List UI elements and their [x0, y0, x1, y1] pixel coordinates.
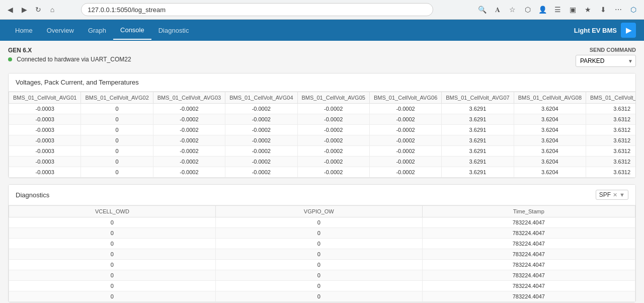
address-bar[interactable]	[81, 3, 433, 16]
table-row: 00783224.4047	[9, 217, 635, 228]
diagnostics-header-row: VCELL_OWD VGPIO_OW Time_Stamp	[9, 206, 635, 217]
status-bar: GEN 6.X Connected to hardware via UART_C…	[8, 47, 636, 67]
send-command-wrapper: PARKED DRIVE CHARGE ▼	[576, 55, 636, 67]
app-navbar: Home Overview Graph Console Diagnostic L…	[0, 20, 644, 41]
table-cell: 0	[215, 249, 422, 260]
table-cell: -0.0002	[297, 167, 369, 178]
table-cell: -0.0002	[369, 135, 441, 146]
table-cell: 783224.4047	[422, 260, 635, 270]
table-cell: 3.6312	[586, 167, 636, 178]
table-cell: 3.6204	[514, 125, 586, 135]
table-cell: -0.0003	[9, 104, 81, 114]
table-cell: 0	[81, 135, 153, 146]
table-cell: 0	[81, 167, 153, 178]
nav-diagnostic[interactable]: Diagnostic	[151, 22, 196, 39]
table-cell: -0.0003	[9, 135, 81, 146]
nav-overview[interactable]: Overview	[40, 22, 81, 39]
nav-home[interactable]: Home	[8, 22, 40, 39]
refresh-button[interactable]: ↻	[33, 5, 43, 15]
voltages-panel: Voltages, Pack Current, and Temperatures…	[8, 73, 636, 178]
table-cell: -0.0002	[225, 104, 297, 114]
table-cell: 3.6291	[442, 135, 514, 146]
diag-filter-expand[interactable]: ▼	[619, 192, 625, 198]
sidebar-icon[interactable]: ▣	[568, 4, 579, 15]
col-header-avg02: BMS_01_CellVolt_AVG02	[81, 92, 153, 104]
status-dot	[8, 57, 12, 61]
table-row: 00783224.4047	[9, 291, 635, 302]
table-row: 00783224.4047	[9, 228, 635, 239]
extensions-icon[interactable]: ⬡	[522, 4, 533, 15]
table-row: 00783224.4047	[9, 270, 635, 281]
col-header-avg09: BMS_01_CellVolt_AVG09	[586, 92, 636, 104]
table-row: -0.00030-0.0002-0.0002-0.0002-0.00023.62…	[9, 104, 636, 114]
nav-graph[interactable]: Graph	[81, 22, 113, 39]
table-cell: -0.0002	[225, 146, 297, 157]
profile-icon[interactable]: 👤	[537, 4, 548, 15]
col-header-avg08: BMS_01_CellVolt_AVG08	[514, 92, 586, 104]
diag-filter-clear[interactable]: ✕	[613, 192, 617, 198]
table-cell: 3.6312	[586, 104, 636, 114]
brand-name: Light EV BMS	[574, 27, 617, 34]
col-timestamp: Time_Stamp	[422, 206, 635, 217]
table-cell: 0	[81, 146, 153, 157]
diag-filter-text: SPF	[599, 191, 611, 198]
status-right: SEND COMMAND PARKED DRIVE CHARGE ▼	[576, 47, 636, 67]
col-header-avg03: BMS_01_CellVolt_AVG03	[153, 92, 225, 104]
table-cell: -0.0003	[9, 125, 81, 135]
table-row: 00783224.4047	[9, 249, 635, 260]
browser-menu-icon[interactable]: ⋯	[613, 4, 624, 15]
table-cell: 783224.4047	[422, 228, 635, 239]
table-cell: -0.0003	[9, 114, 81, 125]
gen-label: GEN 6.X	[8, 47, 131, 54]
table-row: -0.00030-0.0002-0.0002-0.0002-0.00023.62…	[9, 167, 636, 178]
voltages-header-row: BMS_01_CellVolt_AVG01 BMS_01_CellVolt_AV…	[9, 92, 636, 104]
send-command-label: SEND COMMAND	[590, 47, 636, 53]
table-cell: -0.0003	[9, 157, 81, 167]
table-cell: -0.0002	[297, 157, 369, 167]
back-button[interactable]: ◀	[5, 5, 15, 15]
table-cell: 783224.4047	[422, 281, 635, 291]
edge-icon[interactable]: ⬡	[628, 4, 639, 15]
table-cell: 3.6291	[442, 157, 514, 167]
diagnostics-table-scroll[interactable]: VCELL_OWD VGPIO_OW Time_Stamp 00783224.4…	[9, 205, 635, 302]
table-cell: 0	[9, 270, 216, 281]
table-row: 00783224.4047	[9, 239, 635, 249]
table-cell: 0	[81, 157, 153, 167]
table-cell: -0.0002	[369, 125, 441, 135]
diagnostics-panel-title: Diagnostics	[16, 191, 49, 199]
star-icon[interactable]: ☆	[507, 4, 518, 15]
table-cell: 3.6312	[586, 157, 636, 167]
nav-console[interactable]: Console	[113, 21, 151, 40]
col-header-avg01: BMS_01_CellVolt_AVG01	[9, 92, 81, 104]
table-cell: -0.0002	[297, 104, 369, 114]
table-cell: 3.6291	[442, 114, 514, 125]
forward-button[interactable]: ▶	[19, 5, 29, 15]
table-cell: 0	[81, 104, 153, 114]
table-cell: -0.0002	[297, 125, 369, 135]
table-row: -0.00030-0.0002-0.0002-0.0002-0.00023.62…	[9, 135, 636, 146]
table-cell: 3.6312	[586, 135, 636, 146]
table-cell: 3.6204	[514, 135, 586, 146]
col-header-avg06: BMS_01_CellVolt_AVG06	[369, 92, 441, 104]
table-cell: 0	[215, 281, 422, 291]
table-cell: 783224.4047	[422, 249, 635, 260]
table-cell: 0	[81, 125, 153, 135]
search-icon[interactable]: 🔍	[477, 4, 488, 15]
home-button[interactable]: ⌂	[47, 5, 57, 15]
table-cell: 0	[9, 228, 216, 239]
col-vgpio-ow: VGPIO_OW	[215, 206, 422, 217]
diag-filter[interactable]: SPF ✕ ▼	[596, 190, 628, 200]
table-cell: 0	[215, 270, 422, 281]
col-vcell-owd: VCELL_OWD	[9, 206, 216, 217]
voltages-table-scroll[interactable]: BMS_01_CellVolt_AVG01 BMS_01_CellVolt_AV…	[9, 92, 635, 178]
table-row: -0.00030-0.0002-0.0002-0.0002-0.00023.62…	[9, 157, 636, 167]
reading-icon[interactable]: 𝐀	[492, 4, 503, 15]
favorites-icon[interactable]: ★	[583, 4, 594, 15]
send-command-select[interactable]: PARKED DRIVE CHARGE	[576, 55, 636, 67]
table-cell: -0.0002	[153, 167, 225, 178]
table-row: 00783224.4047	[9, 260, 635, 270]
table-cell: 3.6204	[514, 114, 586, 125]
collection-icon[interactable]: ☰	[552, 4, 564, 15]
download-icon[interactable]: ⬇	[598, 4, 609, 15]
table-cell: 0	[215, 260, 422, 270]
